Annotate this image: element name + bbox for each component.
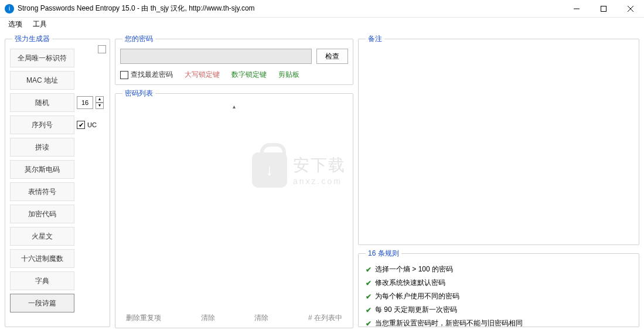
check-button[interactable]: 检查	[316, 49, 348, 64]
rule-item: ✔选择一个熵 > 100 的密码	[366, 264, 632, 274]
menu-tools[interactable]: 工具	[30, 18, 49, 30]
check-icon: ✔	[366, 293, 372, 301]
random-length-spinner: ▲ ▼	[96, 96, 104, 109]
password-list-fieldset: 密码列表 ▴ 删除重复项 清除 清除 # 在列表中	[115, 89, 353, 328]
check-icon: ✔	[366, 320, 372, 328]
right-column: 备注 16 条规则 ✔选择一个熵 > 100 的密码 ✔修改系统快速默认密码 ✔…	[358, 34, 639, 328]
notes-legend: 备注	[366, 34, 384, 44]
rule-text: 每 90 天定期更新一次密码	[375, 305, 457, 315]
gen-martian-button[interactable]: 火星文	[10, 227, 74, 246]
find-worst-checkbox[interactable]	[120, 71, 128, 79]
clear-link-1[interactable]: 清除	[201, 313, 215, 323]
rule-text: 选择一个熵 > 100 的密码	[375, 264, 453, 274]
window-controls	[563, 0, 644, 17]
gen-dict-button[interactable]: 字典	[10, 271, 74, 290]
caps-lock-status: 大写锁定键	[185, 70, 220, 80]
menu-bar: 选项 工具	[0, 18, 644, 30]
collapse-up-icon[interactable]: ▴	[233, 103, 236, 110]
gen-pinyin-button[interactable]: 拼读	[10, 138, 74, 157]
window-title: Strong Passwords Need Entropy 15.0 - 由 t…	[18, 4, 563, 13]
password-list-legend: 密码列表	[122, 89, 155, 98]
notes-fieldset: 备注	[358, 34, 639, 245]
rule-text: 当您重新设置密码时，新密码不能与旧密码相同	[375, 318, 523, 328]
uc-label: UC	[87, 121, 97, 128]
generator-corner-checkbox[interactable]	[98, 45, 106, 53]
gen-random-button[interactable]: 随机	[10, 93, 74, 112]
svg-rect-1	[601, 6, 606, 11]
remove-duplicates-link[interactable]: 删除重复项	[126, 313, 161, 323]
uc-checkbox[interactable]: ✔	[77, 121, 85, 129]
password-list-body: ▴	[120, 103, 348, 311]
rules-legend: 16 条规则	[366, 249, 401, 259]
spin-down-icon[interactable]: ▼	[96, 103, 104, 109]
rule-text: 为每个帐户使用不同的密码	[375, 291, 459, 301]
rules-list: ✔选择一个熵 > 100 的密码 ✔修改系统快速默认密码 ✔为每个帐户使用不同的…	[363, 263, 634, 329]
rule-item: ✔每 90 天定期更新一次密码	[366, 305, 632, 315]
middle-column: 您的密码 检查 查找最差密码 大写锁定键 数字锁定键 剪贴板 密码列	[115, 34, 353, 328]
gen-guid-button[interactable]: 全局唯一标识符	[10, 49, 74, 67]
generator-column: 强力生成器 全局唯一标识符 MAC 地址 随机 ▲ ▼ 序列号 ✔ UC	[5, 34, 110, 328]
password-list-footer: 删除重复项 清除 清除 # 在列表中	[120, 311, 348, 323]
rule-item: ✔修改系统快速默认密码	[366, 278, 632, 288]
gen-hexmagic-button[interactable]: 十六进制魔数	[10, 249, 74, 268]
gen-morse-button[interactable]: 莫尔斯电码	[10, 160, 74, 179]
rule-item: ✔为每个帐户使用不同的密码	[366, 291, 632, 301]
maximize-button[interactable]	[590, 0, 617, 17]
your-password-legend: 您的密码	[122, 34, 155, 44]
rule-text: 修改系统快速默认密码	[375, 278, 445, 288]
close-button[interactable]	[617, 0, 644, 17]
check-icon: ✔	[366, 279, 372, 287]
check-icon: ✔	[366, 266, 372, 274]
rule-item: ✔当您重新设置密码时，新密码不能与旧密码相同	[366, 318, 632, 328]
rules-fieldset: 16 条规则 ✔选择一个熵 > 100 的密码 ✔修改系统快速默认密码 ✔为每个…	[358, 249, 639, 327]
gen-emoji-button[interactable]: 表情符号	[10, 182, 74, 201]
app-icon: i	[5, 4, 14, 13]
gen-mac-button[interactable]: MAC 地址	[10, 71, 74, 90]
menu-options[interactable]: 选项	[6, 18, 25, 30]
spin-up-icon[interactable]: ▲	[96, 96, 104, 103]
your-password-fieldset: 您的密码 检查 查找最差密码 大写锁定键 数字锁定键 剪贴板	[115, 34, 353, 85]
random-length-input[interactable]	[77, 96, 93, 109]
gen-poem-button[interactable]: 一段诗篇	[10, 294, 74, 312]
generator-legend: 强力生成器	[12, 34, 52, 44]
gen-crypto-button[interactable]: 加密代码	[10, 205, 74, 223]
check-icon: ✔	[366, 306, 372, 314]
clear-link-2[interactable]: 清除	[254, 313, 268, 323]
minimize-button[interactable]	[563, 0, 590, 17]
password-input[interactable]	[120, 49, 312, 64]
generator-fieldset: 强力生成器 全局唯一标识符 MAC 地址 随机 ▲ ▼ 序列号 ✔ UC	[5, 34, 110, 327]
clipboard-status: 剪贴板	[278, 70, 299, 80]
title-bar: i Strong Passwords Need Entropy 15.0 - 由…	[0, 0, 644, 18]
gen-serial-button[interactable]: 序列号	[10, 115, 74, 134]
list-count-label: # 在列表中	[308, 313, 342, 323]
num-lock-status: 数字锁定键	[231, 70, 267, 80]
main-content: 强力生成器 全局唯一标识符 MAC 地址 随机 ▲ ▼ 序列号 ✔ UC	[0, 32, 644, 333]
find-worst-label: 查找最差密码	[131, 70, 173, 80]
